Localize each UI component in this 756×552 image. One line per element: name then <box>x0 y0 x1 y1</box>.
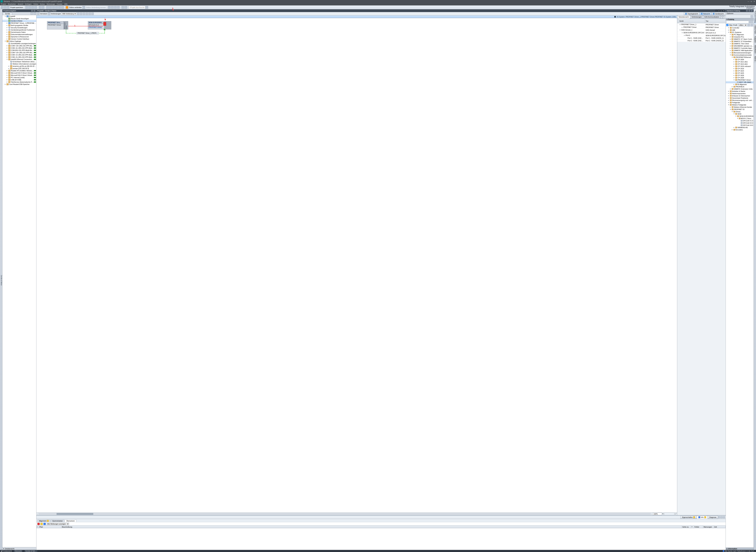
device-assignment-link[interactable]: PROFINET Driver <box>88 26 104 28</box>
catalog-tree-item[interactable]: ▸CP 1612 (A2) <box>726 60 754 63</box>
col-pfad[interactable]: Pfad <box>39 526 62 528</box>
menu-fenster[interactable]: Fenster <box>57 3 62 5</box>
catalog-tree-item[interactable]: ▸CP 1625 <box>726 72 754 74</box>
tab-info[interactable]: Info <box>697 516 708 519</box>
tree-twisty-icon[interactable]: ▸ <box>728 27 729 29</box>
project-tree-item[interactable]: ▸PROFINET Driver_1 [PROFINET Driv... <box>2 22 36 24</box>
scroll-left-button[interactable]: ‹ <box>37 513 38 515</box>
tree-twisty-icon[interactable]: ▸ <box>6 24 8 26</box>
nettool-icon[interactable] <box>86 13 88 15</box>
pane-tool-icon[interactable] <box>746 10 748 12</box>
device-sew-eurodrive[interactable]: SEW-EURODRIV... DFC2xA V1.0 PROFINET Dri… <box>88 21 104 29</box>
window-close-button[interactable]: ✕ <box>753 0 755 2</box>
tab-ea-kommunikation[interactable]: E/A-Kommunikation <box>703 15 721 19</box>
rail-aufgaben[interactable]: Aufgaben <box>754 35 756 44</box>
pane-menu-icon[interactable] <box>33 10 35 12</box>
toolbar-button[interactable] <box>61 6 64 9</box>
tree-twisty-icon[interactable]: ▸ <box>733 58 735 60</box>
tree-twisty-icon[interactable]: ▾ <box>732 111 733 113</box>
project-tree-item[interactable]: ▸COM <18> [RS-232-/PPI-Multi-Master-K... <box>2 44 36 47</box>
delete-button[interactable] <box>34 6 37 9</box>
col-beschreibung[interactable]: Beschreibung <box>62 526 682 528</box>
catalog-tree-item[interactable]: ▾SEW-EURODRIVE <box>726 115 754 117</box>
tree-twisty-icon[interactable]: ▸ <box>6 31 8 33</box>
toolbar-button[interactable] <box>58 6 61 9</box>
editor-restore-button[interactable]: ▭ <box>718 10 720 12</box>
profinet-subnet-line[interactable] <box>66 29 66 33</box>
nettool-icon[interactable] <box>80 13 82 15</box>
scroll-right-button[interactable]: › <box>652 513 652 515</box>
toolbar-button[interactable] <box>108 6 111 9</box>
catalog-tree-item[interactable]: ▸SIMATIC Extension Units <box>726 88 754 90</box>
project-tree-item[interactable]: ▸Gemeinsame Daten <box>2 31 36 33</box>
tree-twisty-icon[interactable]: ▾ <box>735 115 737 117</box>
toolbar-button[interactable] <box>55 6 58 9</box>
nettool-icon[interactable] <box>89 13 91 15</box>
project-tree-item[interactable]: ▸Card Reader/USB-Speicher <box>2 83 36 85</box>
save-project-button[interactable] <box>7 6 9 9</box>
go-online-icon[interactable] <box>66 6 68 9</box>
rail-online-tools[interactable]: Online-Tools <box>754 24 756 35</box>
zoom-slider[interactable] <box>664 513 674 515</box>
project-tree-item[interactable]: ▸COM <19> [RS-232-/PPI-Multi-Master-K... <box>2 51 36 53</box>
tree-twisty-icon[interactable]: ▸ <box>730 40 731 42</box>
catalog-tree-item[interactable]: ▸DFC2xA V2.0 <box>726 122 754 124</box>
menu-online[interactable]: Online <box>33 3 38 5</box>
catalog-tree-item[interactable]: ▸CP 1604 <box>726 58 754 60</box>
tree-twisty-icon[interactable]: ▸ <box>733 77 735 79</box>
tree-twisty-icon[interactable]: ▾ <box>730 108 731 110</box>
catalog-tree-item[interactable]: ▾SEW <box>726 113 754 115</box>
rail-hardware-katalog[interactable]: Hardware-Katalog <box>754 9 756 24</box>
zoom-in-icon[interactable] <box>91 13 94 15</box>
tree-twisty-icon[interactable]: ▸ <box>728 97 729 99</box>
catalog-tree-item[interactable]: ▾Kommunikationsmodule <box>726 54 754 56</box>
horizontal-scrollbar[interactable] <box>38 513 651 515</box>
tab-geraete[interactable]: Geräte <box>3 12 12 15</box>
portal-view-button[interactable]: ◀ Portalansicht <box>1 550 12 552</box>
verbindungen-label[interactable]: Verbindungen <box>51 13 61 15</box>
search-lock-icon[interactable] <box>145 6 148 9</box>
project-tree-item[interactable]: ▸pumpe [192.168.30.3] <box>2 67 36 70</box>
tree-twisty-icon[interactable]: ▸ <box>6 72 8 74</box>
message-filter-select[interactable]: Alle Meldungen anzeigen <box>46 523 69 525</box>
catalog-tree-item[interactable]: ▸SIEMENS AG <box>726 126 754 129</box>
catalog-tree-item[interactable]: ▸PC Allgemein <box>726 33 754 36</box>
catalog-tree-item[interactable]: ▸CP 1628 <box>726 77 754 79</box>
catalog-tree-item[interactable]: ▸Controller <box>726 27 754 29</box>
catalog-tree-item[interactable]: ▸DFC2xA V4.0 <box>726 124 754 126</box>
catalog-tree-item[interactable]: ▾PROFINET/Ethernet <box>726 56 754 58</box>
catalog-tree-item[interactable]: ▸Erfassen & Überwachen <box>726 95 754 97</box>
tree-twisty-icon[interactable]: ▸ <box>8 65 10 67</box>
menu-hilfe[interactable]: Hilfe <box>64 3 68 5</box>
catalog-tree-item[interactable]: ▸CP 1616 onboard <box>726 65 754 67</box>
tab-netzsicht[interactable]: Netzsicht <box>699 12 712 15</box>
project-tree-item[interactable]: ▸Weitere Informationen anzeigen <box>2 63 36 65</box>
col-warnungen[interactable]: Warnungen <box>703 526 714 528</box>
project-tree-item[interactable]: ▸Nicht gruppierte Geräte <box>2 24 36 26</box>
tree-twisty-icon[interactable]: ▾ <box>728 104 729 106</box>
project-tree-item[interactable]: ▸COM <5> [RS-232-/PPI-Multi-Master-K... <box>2 56 36 58</box>
vernetzen-label[interactable]: Vernetzen <box>40 13 47 15</box>
catalog-search-clear-button[interactable] <box>751 21 753 23</box>
catalog-tree-item[interactable]: ▸Netzkomponenten <box>726 92 754 95</box>
go-offline-icon[interactable] <box>82 6 85 9</box>
tree-twisty-icon[interactable]: ▸ <box>732 86 733 88</box>
upload-button[interactable] <box>52 6 55 9</box>
project-tree-item[interactable]: ▸COM <3> [RS-232-/PPI-Multi-Master-K... <box>2 53 36 56</box>
project-tree-item[interactable]: ▸Erreichbare Teilnehmer aktualisiere <box>2 60 36 63</box>
network-mode-icon[interactable] <box>37 13 39 15</box>
tree-twisty-icon[interactable]: ▾ <box>5 15 6 17</box>
tree-twisty-icon[interactable]: ▸ <box>8 67 10 70</box>
taskbar-geraete-netze[interactable]: Geräte & Net... <box>24 550 37 552</box>
tree-twisty-icon[interactable]: ▸ <box>733 65 735 67</box>
network-canvas[interactable]: PROFINET Driv... PROFINET Driver PROFINE… <box>36 18 677 513</box>
catalog-tree-item[interactable]: ▸CP 1626 <box>726 74 754 77</box>
tree-twisty-icon[interactable]: ▸ <box>733 61 735 63</box>
project-tree-item[interactable]: ▸Microsoft Wi-Fi Direct Virtual Adapter … <box>2 72 36 74</box>
catalog-tree-item[interactable]: ▸Feldgeräte <box>726 101 754 104</box>
project-tree-item[interactable]: ▸Geräteübergreifende Funktionen <box>2 29 36 31</box>
tab-geraetesicht[interactable]: Gerätesicht <box>712 12 725 15</box>
filter-checkbox[interactable] <box>726 24 728 26</box>
open-project-button[interactable] <box>4 6 6 9</box>
window-minimize-button[interactable]: — <box>747 0 750 2</box>
